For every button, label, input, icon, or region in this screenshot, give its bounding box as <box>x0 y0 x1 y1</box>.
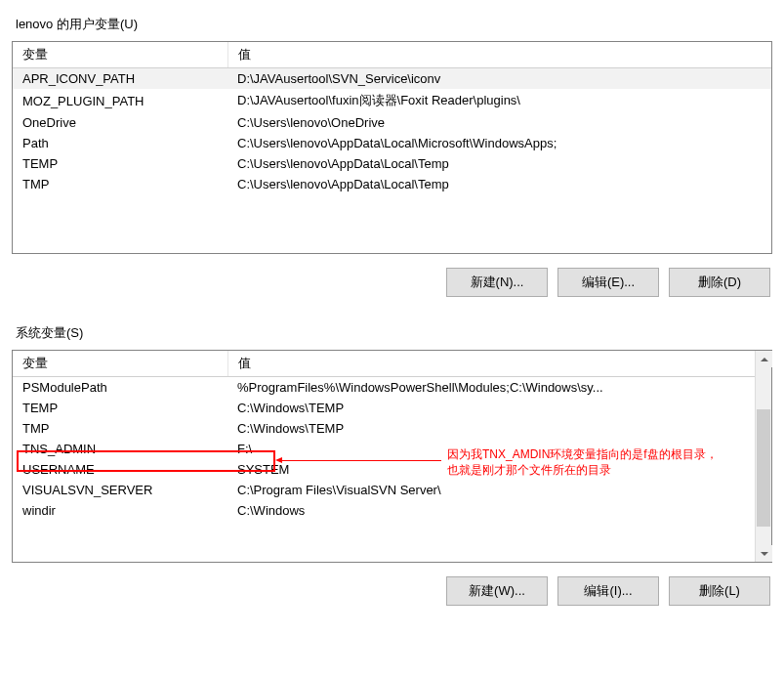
user-header-value[interactable]: 值 <box>227 42 771 68</box>
chevron-down-icon <box>761 552 768 556</box>
row-variable: Path <box>13 133 227 153</box>
user-button-row: 新建(N)... 编辑(E)... 删除(D) <box>12 268 770 297</box>
scroll-down-button[interactable] <box>756 545 772 562</box>
table-row[interactable]: TEMPC:\Users\lenovo\AppData\Local\Temp <box>13 153 771 174</box>
user-variables-table-wrap: 变量 值 APR_ICONV_PATHD:\JAVAusertool\SVN_S… <box>12 41 772 254</box>
system-button-row: 新建(W)... 编辑(I)... 删除(L) <box>12 576 770 606</box>
row-variable: USERNAME <box>13 459 227 480</box>
row-value: C:\Program Files\VisualSVN Server\ <box>227 480 755 500</box>
scroll-thumb[interactable] <box>757 409 770 527</box>
row-variable: MOZ_PLUGIN_PATH <box>13 89 227 112</box>
row-variable: APR_ICONV_PATH <box>13 68 227 90</box>
system-variables-group: 系统变量(S) 变量 值 PSModulePath%ProgramFiles%\… <box>12 318 772 617</box>
row-value: C:\Users\lenovo\AppData\Local\Temp <box>227 174 771 194</box>
row-variable: TNS_ADMIN <box>13 439 227 459</box>
row-variable: TEMP <box>13 153 227 174</box>
row-value: F:\ <box>227 439 755 459</box>
table-row[interactable]: PathC:\Users\lenovo\AppData\Local\Micros… <box>13 133 771 153</box>
table-row[interactable]: PSModulePath%ProgramFiles%\WindowsPowerS… <box>13 377 755 399</box>
table-row[interactable]: windirC:\Windows <box>13 500 755 521</box>
table-row[interactable]: TNS_ADMINF:\ <box>13 439 755 459</box>
system-edit-button[interactable]: 编辑(I)... <box>557 576 659 606</box>
table-row[interactable]: APR_ICONV_PATHD:\JAVAusertool\SVN_Servic… <box>13 68 771 90</box>
row-value: C:\Users\lenovo\AppData\Local\Temp <box>227 153 771 174</box>
row-value: C:\Windows\TEMP <box>227 398 755 418</box>
system-variables-table[interactable]: 变量 值 PSModulePath%ProgramFiles%\WindowsP… <box>13 351 755 521</box>
user-variables-label: lenovo 的用户变量(U) <box>16 16 772 33</box>
table-row[interactable]: TEMPC:\Windows\TEMP <box>13 398 755 418</box>
user-variables-table[interactable]: 变量 值 APR_ICONV_PATHD:\JAVAusertool\SVN_S… <box>13 42 771 194</box>
row-value: D:\JAVAusertool\SVN_Service\iconv <box>227 68 771 90</box>
system-variables-table-wrap: 变量 值 PSModulePath%ProgramFiles%\WindowsP… <box>12 350 772 563</box>
user-delete-button[interactable]: 删除(D) <box>669 268 770 297</box>
chevron-up-icon <box>761 358 768 361</box>
user-header-variable[interactable]: 变量 <box>13 42 227 68</box>
row-value: %ProgramFiles%\WindowsPowerShell\Modules… <box>227 377 755 399</box>
row-value: C:\Windows\TEMP <box>227 418 755 439</box>
system-new-button[interactable]: 新建(W)... <box>446 576 548 606</box>
row-variable: TEMP <box>13 398 227 418</box>
row-variable: TMP <box>13 174 227 194</box>
row-variable: TMP <box>13 418 227 439</box>
row-value: D:\JAVAusertool\fuxin阅读器\Foxit Reader\pl… <box>227 89 771 112</box>
row-value: SYSTEM <box>227 459 755 480</box>
row-value: C:\Users\lenovo\OneDrive <box>227 112 771 133</box>
user-new-button[interactable]: 新建(N)... <box>446 268 548 297</box>
row-variable: windir <box>13 500 227 521</box>
table-row[interactable]: VISUALSVN_SERVERC:\Program Files\VisualS… <box>13 480 755 500</box>
system-header-value[interactable]: 值 <box>227 351 755 377</box>
user-variables-group: lenovo 的用户变量(U) 变量 值 APR_ICONV_PATHD:\JA… <box>12 10 772 309</box>
system-delete-button[interactable]: 删除(L) <box>669 576 770 606</box>
table-row[interactable]: TMPC:\Users\lenovo\AppData\Local\Temp <box>13 174 771 194</box>
row-variable: PSModulePath <box>13 377 227 399</box>
table-row[interactable]: TMPC:\Windows\TEMP <box>13 418 755 439</box>
row-variable: VISUALSVN_SERVER <box>13 480 227 500</box>
table-row[interactable]: USERNAMESYSTEM <box>13 459 755 480</box>
system-variables-label: 系统变量(S) <box>16 324 772 342</box>
scroll-up-button[interactable] <box>756 351 772 367</box>
system-table-scrollbar[interactable] <box>755 351 771 562</box>
table-row[interactable]: MOZ_PLUGIN_PATHD:\JAVAusertool\fuxin阅读器\… <box>13 89 771 112</box>
table-row[interactable]: OneDriveC:\Users\lenovo\OneDrive <box>13 112 771 133</box>
system-header-variable[interactable]: 变量 <box>13 351 227 377</box>
row-variable: OneDrive <box>13 112 227 133</box>
row-value: C:\Windows <box>227 500 755 521</box>
user-edit-button[interactable]: 编辑(E)... <box>557 268 659 297</box>
row-value: C:\Users\lenovo\AppData\Local\Microsoft\… <box>227 133 771 153</box>
